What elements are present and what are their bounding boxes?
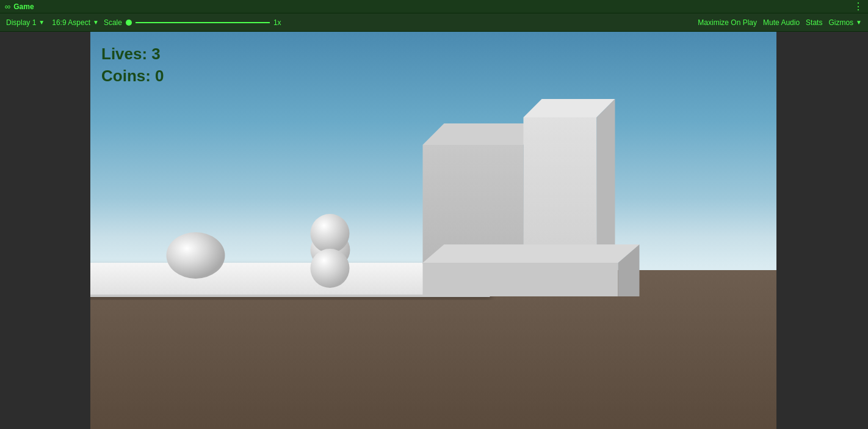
- mute-audio-button[interactable]: Mute Audio: [761, 17, 802, 28]
- game-icon: ∞: [5, 2, 10, 11]
- scale-slider-container: Scale 1x: [104, 18, 397, 27]
- scale-label: Scale: [104, 18, 122, 27]
- svg-point-7: [311, 214, 350, 253]
- gizmos-arrow: ▼: [856, 19, 862, 26]
- svg-marker-16: [423, 244, 640, 263]
- scale-line[interactable]: [136, 22, 270, 23]
- mute-audio-label: Mute Audio: [763, 18, 800, 27]
- stats-button[interactable]: Stats: [803, 17, 825, 28]
- svg-rect-12: [524, 117, 597, 264]
- game-scene: [90, 32, 776, 429]
- svg-point-5: [167, 232, 225, 279]
- left-panel: [0, 32, 90, 429]
- scale-value: 1x: [273, 18, 281, 27]
- aspect-arrow: ▼: [93, 19, 99, 26]
- window-title: Game: [13, 2, 34, 11]
- right-panel: [776, 32, 868, 429]
- title-bar: ∞ Game ⋮: [0, 0, 868, 13]
- svg-point-8: [311, 249, 350, 288]
- gizmos-label: Gizmos: [828, 18, 853, 27]
- toolbar: Display 1 ▼ 16:9 Aspect ▼ Scale 1x Maxim…: [0, 13, 868, 32]
- scale-dot[interactable]: [126, 20, 132, 26]
- stats-label: Stats: [806, 18, 822, 27]
- aspect-dropdown[interactable]: 16:9 Aspect ▼: [49, 17, 101, 28]
- display-arrow: ▼: [38, 19, 45, 26]
- gizmos-dropdown[interactable]: Gizmos ▼: [826, 17, 864, 28]
- aspect-label: 16:9 Aspect: [52, 18, 90, 27]
- svg-marker-14: [597, 99, 615, 264]
- more-options-icon[interactable]: ⋮: [853, 2, 863, 12]
- hud: Lives: 3 Coins: 0: [101, 43, 164, 87]
- main-content: Lives: 3 Coins: 0: [0, 32, 868, 429]
- svg-rect-15: [423, 263, 618, 296]
- display-dropdown[interactable]: Display 1 ▼: [4, 17, 47, 28]
- display-label: Display 1: [6, 18, 36, 27]
- maximize-on-play-label: Maximize On Play: [698, 18, 757, 27]
- game-viewport: Lives: 3 Coins: 0: [90, 32, 776, 429]
- coins-display: Coins: 0: [101, 65, 164, 87]
- maximize-on-play-button[interactable]: Maximize On Play: [695, 17, 759, 28]
- toolbar-right: Maximize On Play Mute Audio Stats Gizmos…: [695, 17, 864, 28]
- lives-display: Lives: 3: [101, 43, 164, 65]
